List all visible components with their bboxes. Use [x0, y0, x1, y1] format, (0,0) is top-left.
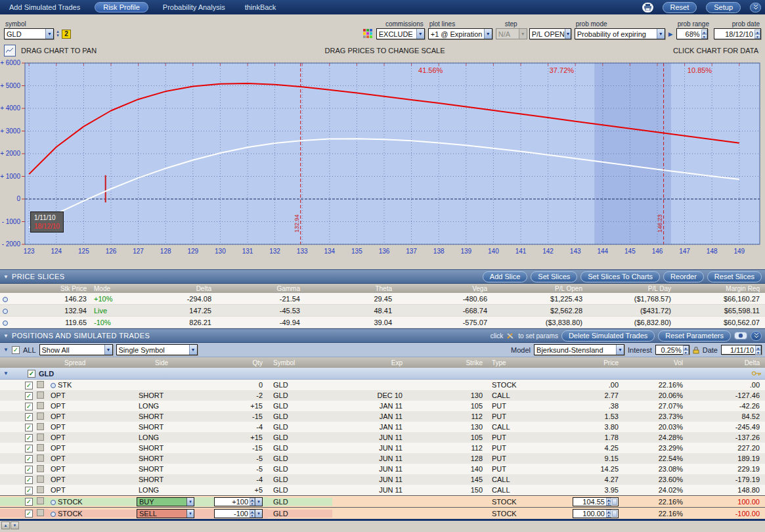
param-box[interactable] [37, 509, 44, 516]
param-box[interactable] [37, 412, 44, 420]
set-slices-button[interactable]: Set Slices [531, 271, 577, 282]
collapse-filter-icon[interactable]: ▼ [3, 347, 9, 353]
row-checkbox[interactable]: ✓ [25, 392, 33, 400]
row-checkbox[interactable]: ✓ [25, 476, 33, 484]
col-side[interactable]: Side [137, 359, 199, 366]
symbol-mode-dropdown[interactable]: Single Symbol ▼ [116, 344, 198, 355]
tab-thinkback[interactable]: thinkBack [240, 2, 282, 12]
slice-stk-price[interactable]: 119.65 [12, 319, 92, 326]
collapse-positions-icon[interactable]: ▼ [3, 333, 9, 339]
row-checkbox[interactable]: ✓ [25, 487, 33, 495]
position-handle-icon[interactable] [51, 500, 56, 505]
reset-slices-button[interactable]: Reset Slices [707, 271, 762, 282]
col-price[interactable]: Price [546, 359, 624, 366]
slice-handle-icon[interactable] [3, 309, 8, 314]
tab-add-simulated-trades[interactable]: Add Simulated Trades [4, 2, 85, 12]
spinner-icon[interactable]: ▲▼ [701, 29, 707, 39]
symbol-dropdown-icon[interactable]: ▼ [45, 29, 53, 39]
add-slice-button[interactable]: Add Slice [483, 271, 527, 282]
symbol-spinner-icon[interactable]: ▲▼ [56, 30, 60, 37]
spinner-icon[interactable]: ▲▼ [250, 498, 255, 506]
prob-advance-icon[interactable]: ▶ [668, 31, 673, 39]
col-delta-pos[interactable]: Delta [688, 359, 765, 366]
param-box[interactable] [37, 391, 44, 399]
col-type[interactable]: Type [488, 359, 546, 366]
delete-simulated-trades-button[interactable]: Delete Simulated Trades [561, 330, 655, 342]
spinner-icon[interactable]: ▲▼ [683, 345, 689, 354]
col-strike[interactable]: Strike [408, 359, 488, 366]
spinner-icon[interactable]: ▲▼ [250, 510, 255, 518]
interest-input[interactable]: 0.25% ▲▼ [655, 345, 689, 355]
prob-range-input[interactable]: 68% ▲▼ [676, 28, 708, 39]
col-symbol[interactable]: Symbol [268, 359, 332, 366]
col-qty[interactable]: Qty [199, 359, 268, 366]
side-dropdown[interactable]: SELL▼ [137, 509, 194, 518]
prob-mode-dropdown[interactable]: Probability of expiring ▼ [575, 28, 665, 39]
reset-button[interactable]: Reset [663, 2, 697, 13]
show-all-dropdown[interactable]: Show All ▼ [39, 344, 113, 355]
spinner-icon[interactable]: ▲▼ [754, 29, 760, 39]
col-delta[interactable]: Delta [131, 285, 217, 292]
prob-date-input[interactable]: 18/12/10 ▲▼ [714, 28, 761, 39]
param-box[interactable] [37, 486, 44, 493]
row-checkbox[interactable]: ✓ [25, 455, 33, 463]
col-vega[interactable]: Vega [397, 285, 492, 292]
scroll-down-icon[interactable]: ▼ [11, 521, 19, 529]
tab-risk-profile[interactable]: Risk Profile [95, 2, 148, 12]
row-checkbox[interactable]: ✓ [25, 466, 33, 474]
row-checkbox[interactable]: ✓ [25, 510, 33, 518]
col-mode[interactable]: Mode [92, 285, 131, 292]
set-slices-to-charts-button[interactable]: Set Slices To Charts [580, 271, 660, 282]
slice-mode[interactable]: -10% [92, 319, 131, 326]
spinner-icon[interactable]: ▲▼ [755, 345, 761, 354]
spinner-icon[interactable]: ▲▼ [606, 510, 611, 518]
risk-profile-chart[interactable]: 1231241251261271281291301311321331341351… [0, 59, 765, 261]
commissions-dropdown[interactable]: EXCLUDE ▼ [376, 28, 425, 39]
param-box[interactable] [37, 497, 44, 504]
link-to-chart-icon[interactable] [612, 510, 617, 517]
lock-icon[interactable] [693, 346, 699, 354]
price-input[interactable]: 104.55▲▼ [573, 497, 619, 506]
reset-parameters-button[interactable]: Reset Parameters [658, 330, 731, 342]
col-theta[interactable]: Theta [305, 285, 397, 292]
slice-mode[interactable]: +10% [92, 295, 131, 303]
slice-handle-icon[interactable] [3, 297, 8, 302]
param-box[interactable] [37, 465, 44, 472]
col-pl-open[interactable]: P/L Open [492, 285, 588, 292]
param-box[interactable] [37, 381, 44, 388]
price-input[interactable]: 100.00▲▼ [573, 509, 619, 518]
row-checkbox[interactable]: ✓ [25, 403, 33, 410]
tab-probability-analysis[interactable]: Probability Analysis [158, 2, 230, 12]
qty-input[interactable]: -100▲▼▼ [214, 509, 263, 518]
param-box[interactable] [37, 423, 44, 430]
risk-chart-svg[interactable]: 1231241251261271281291301311321331341351… [0, 59, 765, 261]
symbol-input[interactable]: GLD ▼ [4, 28, 54, 39]
plot-lines-dropdown[interactable]: +1 @ Expiration ▼ [428, 28, 492, 39]
symbol-group-row[interactable]: ▼ ✓ GLD [0, 368, 765, 380]
set-params-key-icon[interactable] [751, 370, 762, 376]
param-box[interactable] [37, 402, 44, 409]
spinner-icon[interactable]: ▲▼ [606, 498, 611, 506]
col-pl-day[interactable]: P/L Day [588, 285, 676, 292]
all-checkbox[interactable]: ✓ [12, 346, 20, 354]
link-to-chart-icon[interactable] [612, 499, 617, 505]
qty-input[interactable]: +100▲▼▼ [214, 497, 263, 506]
date-input[interactable]: 1/11/10 ▲▼ [721, 345, 762, 355]
side-dropdown[interactable]: BUY▼ [137, 497, 194, 506]
row-checkbox[interactable]: ✓ [25, 413, 33, 421]
slice-stk-price[interactable]: 146.23 [12, 295, 92, 303]
link-group-badge[interactable]: 2 [62, 30, 71, 39]
row-checkbox[interactable]: ✓ [25, 498, 33, 506]
collapse-price-slices-icon[interactable]: ▼ [3, 274, 9, 280]
collapse-group-icon[interactable]: ▼ [3, 370, 9, 376]
slice-mode[interactable]: Live [92, 307, 131, 315]
row-checkbox[interactable]: ✓ [25, 434, 33, 442]
col-margin-req[interactable]: Margin Req [676, 285, 765, 292]
col-exp[interactable]: Exp [332, 359, 408, 366]
collapse-section-chevron-icon[interactable] [751, 331, 762, 341]
chart-style-icon[interactable] [4, 45, 16, 56]
row-checkbox[interactable]: ✓ [25, 445, 33, 453]
position-handle-icon[interactable] [51, 383, 56, 388]
col-stk-price[interactable]: Stk Price [12, 285, 92, 292]
model-dropdown[interactable]: Bjerksund-Stensland ▼ [534, 344, 624, 355]
